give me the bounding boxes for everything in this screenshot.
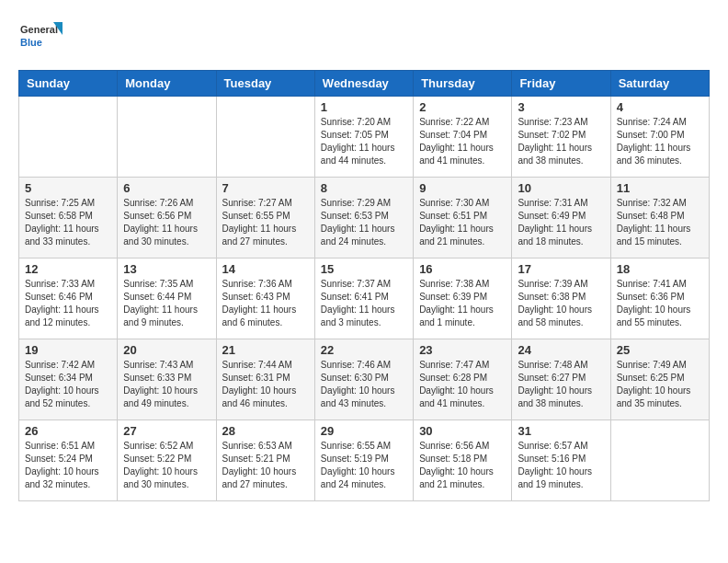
day-info: Sunrise: 7:24 AM Sunset: 7:00 PM Dayligh… (617, 116, 703, 167)
calendar-day-cell: 20Sunrise: 7:43 AM Sunset: 6:33 PM Dayli… (118, 339, 216, 420)
day-number: 21 (222, 343, 309, 357)
day-info: Sunrise: 6:53 AM Sunset: 5:21 PM Dayligh… (222, 440, 309, 491)
calendar-day-cell: 30Sunrise: 6:56 AM Sunset: 5:18 PM Dayli… (414, 420, 512, 501)
day-info: Sunrise: 6:51 AM Sunset: 5:24 PM Dayligh… (25, 440, 111, 491)
day-info: Sunrise: 7:49 AM Sunset: 6:25 PM Dayligh… (617, 359, 703, 410)
day-info: Sunrise: 7:35 AM Sunset: 6:44 PM Dayligh… (123, 278, 210, 329)
calendar-day-cell: 26Sunrise: 6:51 AM Sunset: 5:24 PM Dayli… (19, 420, 118, 501)
day-number: 5 (25, 181, 111, 195)
calendar-day-cell: 19Sunrise: 7:42 AM Sunset: 6:34 PM Dayli… (19, 339, 118, 420)
calendar-day-cell: 4Sunrise: 7:24 AM Sunset: 7:00 PM Daylig… (610, 97, 709, 178)
day-of-week-header: Thursday (414, 71, 512, 97)
calendar-day-cell: 2Sunrise: 7:22 AM Sunset: 7:04 PM Daylig… (414, 97, 512, 178)
day-number: 4 (617, 100, 703, 114)
calendar-day-cell: 16Sunrise: 7:38 AM Sunset: 6:39 PM Dayli… (414, 259, 512, 339)
day-info: Sunrise: 6:52 AM Sunset: 5:22 PM Dayligh… (123, 440, 210, 491)
day-number: 7 (222, 181, 309, 195)
day-info: Sunrise: 7:42 AM Sunset: 6:34 PM Dayligh… (25, 359, 111, 410)
day-of-week-header: Tuesday (216, 71, 314, 97)
calendar-day-cell: 10Sunrise: 7:31 AM Sunset: 6:49 PM Dayli… (512, 178, 610, 259)
day-number: 16 (419, 262, 506, 276)
day-number: 17 (518, 262, 604, 276)
calendar-day-cell: 3Sunrise: 7:23 AM Sunset: 7:02 PM Daylig… (512, 97, 610, 178)
page-header: General Blue (18, 18, 710, 55)
day-info: Sunrise: 7:36 AM Sunset: 6:43 PM Dayligh… (222, 278, 309, 329)
calendar-week-row: 12Sunrise: 7:33 AM Sunset: 6:46 PM Dayli… (19, 259, 710, 339)
day-info: Sunrise: 7:41 AM Sunset: 6:36 PM Dayligh… (617, 278, 703, 329)
day-number: 10 (518, 181, 604, 195)
day-number: 30 (419, 424, 506, 438)
day-info: Sunrise: 7:39 AM Sunset: 6:38 PM Dayligh… (518, 278, 604, 329)
calendar-table: SundayMondayTuesdayWednesdayThursdayFrid… (18, 70, 710, 501)
calendar-day-cell: 11Sunrise: 7:32 AM Sunset: 6:48 PM Dayli… (610, 178, 709, 259)
calendar-day-cell: 14Sunrise: 7:36 AM Sunset: 6:43 PM Dayli… (216, 259, 314, 339)
day-info: Sunrise: 7:46 AM Sunset: 6:30 PM Dayligh… (321, 359, 407, 410)
day-number: 18 (617, 262, 703, 276)
day-number: 27 (123, 424, 210, 438)
calendar-day-cell: 6Sunrise: 7:26 AM Sunset: 6:56 PM Daylig… (118, 178, 216, 259)
calendar-day-cell (610, 420, 709, 501)
day-info: Sunrise: 7:33 AM Sunset: 6:46 PM Dayligh… (25, 278, 111, 329)
day-info: Sunrise: 7:43 AM Sunset: 6:33 PM Dayligh… (123, 359, 210, 410)
day-number: 26 (25, 424, 111, 438)
calendar-day-cell: 8Sunrise: 7:29 AM Sunset: 6:53 PM Daylig… (314, 178, 413, 259)
day-info: Sunrise: 7:47 AM Sunset: 6:28 PM Dayligh… (419, 359, 506, 410)
day-number: 23 (419, 343, 506, 357)
day-number: 12 (25, 262, 111, 276)
calendar-day-cell (19, 97, 118, 178)
logo-svg: General Blue (18, 18, 64, 55)
day-number: 25 (617, 343, 703, 357)
day-of-week-header: Monday (118, 71, 216, 97)
day-of-week-header: Saturday (610, 71, 709, 97)
calendar-day-cell: 21Sunrise: 7:44 AM Sunset: 6:31 PM Dayli… (216, 339, 314, 420)
day-number: 22 (321, 343, 407, 357)
day-number: 13 (123, 262, 210, 276)
calendar-day-cell: 27Sunrise: 6:52 AM Sunset: 5:22 PM Dayli… (118, 420, 216, 501)
calendar-day-cell: 1Sunrise: 7:20 AM Sunset: 7:05 PM Daylig… (314, 97, 413, 178)
calendar-day-cell: 25Sunrise: 7:49 AM Sunset: 6:25 PM Dayli… (610, 339, 709, 420)
day-info: Sunrise: 7:27 AM Sunset: 6:55 PM Dayligh… (222, 197, 309, 248)
day-info: Sunrise: 7:32 AM Sunset: 6:48 PM Dayligh… (617, 197, 703, 248)
day-info: Sunrise: 6:57 AM Sunset: 5:16 PM Dayligh… (518, 440, 604, 491)
day-number: 1 (321, 100, 407, 114)
svg-text:General: General (20, 24, 58, 35)
day-info: Sunrise: 7:25 AM Sunset: 6:58 PM Dayligh… (25, 197, 111, 248)
day-number: 9 (419, 181, 506, 195)
day-info: Sunrise: 6:56 AM Sunset: 5:18 PM Dayligh… (419, 440, 506, 491)
day-number: 11 (617, 181, 703, 195)
day-info: Sunrise: 7:31 AM Sunset: 6:49 PM Dayligh… (518, 197, 604, 248)
day-of-week-header: Wednesday (314, 71, 413, 97)
day-info: Sunrise: 7:26 AM Sunset: 6:56 PM Dayligh… (123, 197, 210, 248)
day-of-week-header: Sunday (19, 71, 118, 97)
day-number: 31 (518, 424, 604, 438)
day-number: 14 (222, 262, 309, 276)
calendar-header-row: SundayMondayTuesdayWednesdayThursdayFrid… (19, 71, 710, 97)
calendar-week-row: 5Sunrise: 7:25 AM Sunset: 6:58 PM Daylig… (19, 178, 710, 259)
calendar-week-row: 1Sunrise: 7:20 AM Sunset: 7:05 PM Daylig… (19, 97, 710, 178)
day-info: Sunrise: 7:30 AM Sunset: 6:51 PM Dayligh… (419, 197, 506, 248)
calendar-day-cell: 5Sunrise: 7:25 AM Sunset: 6:58 PM Daylig… (19, 178, 118, 259)
day-number: 15 (321, 262, 407, 276)
calendar-day-cell (118, 97, 216, 178)
calendar-day-cell: 12Sunrise: 7:33 AM Sunset: 6:46 PM Dayli… (19, 259, 118, 339)
calendar-day-cell: 23Sunrise: 7:47 AM Sunset: 6:28 PM Dayli… (414, 339, 512, 420)
calendar-day-cell: 7Sunrise: 7:27 AM Sunset: 6:55 PM Daylig… (216, 178, 314, 259)
day-info: Sunrise: 7:29 AM Sunset: 6:53 PM Dayligh… (321, 197, 407, 248)
day-number: 3 (518, 100, 604, 114)
calendar-day-cell: 18Sunrise: 7:41 AM Sunset: 6:36 PM Dayli… (610, 259, 709, 339)
day-info: Sunrise: 7:22 AM Sunset: 7:04 PM Dayligh… (419, 116, 506, 167)
calendar-day-cell: 31Sunrise: 6:57 AM Sunset: 5:16 PM Dayli… (512, 420, 610, 501)
day-number: 6 (123, 181, 210, 195)
calendar-day-cell: 24Sunrise: 7:48 AM Sunset: 6:27 PM Dayli… (512, 339, 610, 420)
day-info: Sunrise: 7:37 AM Sunset: 6:41 PM Dayligh… (321, 278, 407, 329)
svg-text:Blue: Blue (20, 37, 42, 48)
day-info: Sunrise: 7:20 AM Sunset: 7:05 PM Dayligh… (321, 116, 407, 167)
day-of-week-header: Friday (512, 71, 610, 97)
day-info: Sunrise: 7:44 AM Sunset: 6:31 PM Dayligh… (222, 359, 309, 410)
calendar-day-cell (216, 97, 314, 178)
day-info: Sunrise: 7:23 AM Sunset: 7:02 PM Dayligh… (518, 116, 604, 167)
day-number: 20 (123, 343, 210, 357)
day-number: 24 (518, 343, 604, 357)
day-number: 2 (419, 100, 506, 114)
calendar-week-row: 26Sunrise: 6:51 AM Sunset: 5:24 PM Dayli… (19, 420, 710, 501)
